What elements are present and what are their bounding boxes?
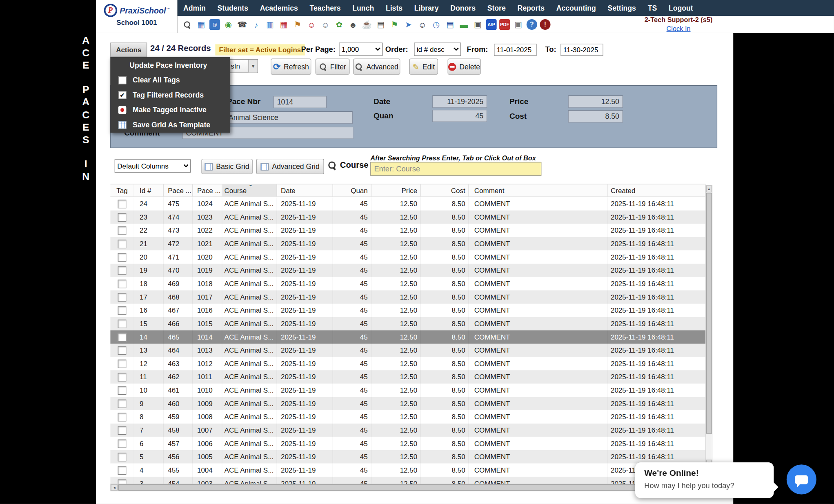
email-icon[interactable]: @	[209, 19, 220, 30]
table-row[interactable]: 34541003ACE Animal S...2025-11-194512.50…	[110, 477, 705, 484]
nav-item-library[interactable]: Library	[408, 0, 444, 16]
phone-icon[interactable]: ☎	[237, 19, 248, 30]
nav-item-ts[interactable]: TS	[642, 0, 663, 16]
advanced-button[interactable]: Advanced	[353, 59, 400, 75]
nav-item-logout[interactable]: Logout	[663, 0, 699, 16]
tag-icon[interactable]: ⚑	[389, 19, 400, 30]
col-header-course[interactable]: Courseˆ	[222, 184, 277, 197]
chart-icon[interactable]: ▥	[264, 19, 275, 30]
table-row[interactable]: 244751024ACE Animal S...2025-11-194512.5…	[110, 197, 705, 211]
table-row[interactable]: 164671016ACE Animal S...2025-11-194512.5…	[110, 304, 705, 317]
per-page-select[interactable]: 1,000	[339, 42, 383, 56]
table-row[interactable]: 114621011ACE Animal S...2025-11-194512.5…	[110, 370, 705, 384]
clipboard-icon[interactable]: ▤	[375, 19, 386, 30]
basic-grid-button[interactable]: Basic Grid	[201, 159, 252, 174]
row-checkbox[interactable]	[118, 386, 126, 395]
row-checkbox[interactable]	[118, 346, 126, 355]
table-row[interactable]: 194701019ACE Animal S...2025-11-194512.5…	[110, 264, 705, 277]
row-checkbox[interactable]	[118, 320, 126, 328]
horizontal-scrollbar[interactable]: ◄ ►	[110, 484, 712, 491]
col-header-date[interactable]: Date	[277, 184, 333, 197]
row-checkbox[interactable]	[118, 226, 126, 235]
table-row[interactable]: 104611010ACE Animal S...2025-11-194512.5…	[110, 384, 705, 397]
people-icon[interactable]: ☻	[347, 19, 358, 30]
actions-button[interactable]: Actions	[110, 42, 147, 57]
send-icon[interactable]: ➤	[403, 19, 414, 30]
quan-field[interactable]: 45	[432, 110, 487, 122]
clock-in-link[interactable]: Clock In	[667, 25, 691, 32]
calendar-red-icon[interactable]: ▦	[278, 19, 289, 30]
book-icon[interactable]: ▤	[445, 19, 456, 30]
audio-icon[interactable]: ♪	[251, 19, 262, 30]
menu-item-make-tagged-inactive[interactable]: Make Tagged Inactive	[110, 102, 230, 118]
search-icon[interactable]	[182, 19, 193, 30]
date-field[interactable]: 11-19-2025	[432, 95, 487, 108]
row-checkbox[interactable]	[118, 213, 126, 222]
table-row[interactable]: 84591008ACE Animal S...2025-11-194512.50…	[110, 410, 705, 424]
printer-icon[interactable]: ▣	[472, 19, 483, 30]
scroll-left-icon[interactable]: ◄	[111, 484, 118, 491]
menu-item-update-pace-inventory[interactable]: Update Pace Inventory	[110, 58, 230, 73]
row-checkbox[interactable]	[118, 280, 126, 288]
table-row[interactable]: 204711020ACE Animal S...2025-11-194512.5…	[110, 251, 705, 264]
columns-select[interactable]: Default Columns	[115, 159, 191, 173]
nav-item-settings[interactable]: Settings	[602, 0, 642, 16]
refresh-button[interactable]: ⟳Refresh	[271, 59, 311, 75]
table-row[interactable]: 94601009ACE Animal S...2025-11-194512.50…	[110, 397, 705, 411]
row-checkbox[interactable]	[118, 333, 126, 341]
lunch-icon[interactable]: ☕	[361, 19, 372, 30]
col-header-created[interactable]: Created	[607, 184, 705, 197]
leaf-icon[interactable]: ✿	[334, 19, 345, 30]
help-icon[interactable]: ?	[527, 19, 537, 30]
student-red-icon[interactable]: ☺	[306, 19, 317, 30]
printer2-icon[interactable]: ▣	[513, 19, 524, 30]
col-header-cost[interactable]: Cost	[421, 184, 469, 197]
nav-item-accounting[interactable]: Accounting	[550, 0, 602, 16]
card-icon[interactable]: ▬	[458, 19, 469, 30]
scrollbar-thumb[interactable]	[706, 193, 712, 434]
pace-nbr-field[interactable]: 1014	[274, 96, 327, 108]
edit-button[interactable]: ✎Edit	[409, 59, 438, 75]
hscrollbar-thumb[interactable]	[118, 484, 673, 491]
row-checkbox[interactable]	[118, 200, 126, 208]
col-header-comment[interactable]: Comment	[469, 184, 607, 197]
course-search-input[interactable]	[370, 162, 541, 176]
nav-item-lunch[interactable]: Lunch	[347, 0, 380, 16]
menu-item-clear-all-tags[interactable]: Clear All Tags	[110, 73, 230, 88]
row-checkbox[interactable]	[118, 399, 126, 408]
nav-item-students[interactable]: Students	[211, 0, 254, 16]
table-row[interactable]: 174681017ACE Animal S...2025-11-194512.5…	[110, 290, 705, 304]
nav-item-reports[interactable]: Reports	[512, 0, 550, 16]
alert-icon[interactable]: !	[540, 19, 550, 30]
row-checkbox[interactable]	[118, 266, 126, 275]
row-checkbox[interactable]	[118, 253, 126, 261]
cost-field[interactable]: 8.50	[568, 110, 623, 122]
col-header-tag[interactable]: Tag	[110, 184, 134, 197]
delete-button[interactable]: Delete	[448, 59, 481, 75]
clock-icon[interactable]: ◷	[431, 19, 442, 30]
nav-item-store[interactable]: Store	[481, 0, 512, 16]
eye-icon[interactable]: ◉	[223, 19, 234, 30]
table-row[interactable]: 44551004ACE Animal S...2025-11-194512.50…	[110, 464, 705, 477]
filter-button[interactable]: Filter	[316, 59, 350, 75]
row-checkbox[interactable]	[118, 240, 126, 248]
row-checkbox[interactable]	[118, 359, 126, 368]
table-row[interactable]: 134641013ACE Animal S...2025-11-194512.5…	[110, 344, 705, 357]
to-date-input[interactable]	[560, 44, 603, 56]
menu-item-save-grid-as-template[interactable]: Save Grid As Template	[110, 117, 230, 132]
nav-item-admin[interactable]: Admin	[178, 0, 212, 16]
col-header-id-#[interactable]: Id #	[134, 184, 164, 197]
student-gray-icon[interactable]: ☺	[320, 19, 331, 30]
row-checkbox[interactable]	[118, 293, 126, 301]
ap-icon[interactable]: A/P	[486, 19, 497, 30]
person-icon[interactable]: ☺	[417, 19, 428, 30]
pdf-icon[interactable]: PDF	[499, 19, 510, 30]
order-select[interactable]: id # desc	[414, 42, 461, 56]
price-field[interactable]: 12.50	[568, 95, 623, 108]
nav-item-lists[interactable]: Lists	[380, 0, 409, 16]
table-row[interactable]: 224731022ACE Animal S...2025-11-194512.5…	[110, 224, 705, 237]
table-row[interactable]: 64571006ACE Animal S...2025-11-194512.50…	[110, 437, 705, 450]
col-header-pace-[interactable]: Pace ...	[193, 184, 222, 197]
menu-item-tag-filtered-records[interactable]: ✔Tag Filtered Records	[110, 87, 230, 102]
row-checkbox[interactable]	[118, 426, 126, 435]
